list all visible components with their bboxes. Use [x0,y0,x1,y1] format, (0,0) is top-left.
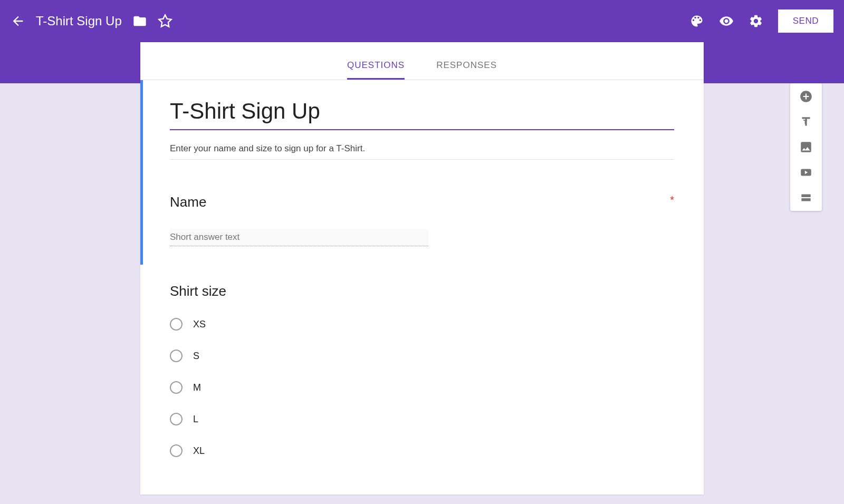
svg-rect-2 [801,198,810,201]
settings-gear-icon[interactable] [749,14,763,28]
short-answer-input[interactable] [170,229,428,246]
add-section-icon[interactable] [799,191,813,205]
question-title[interactable]: Name [170,194,206,210]
tabs-bar: QUESTIONS RESPONSES [140,42,704,80]
radio-option[interactable]: M [170,381,674,394]
add-image-icon[interactable] [799,140,813,154]
radio-option[interactable]: S [170,350,674,362]
add-question-icon[interactable] [799,90,813,103]
radio-circle-icon[interactable] [170,350,183,362]
radio-label: S [193,351,199,362]
form-title[interactable]: T-Shirt Sign Up [170,99,674,130]
radio-label: M [193,382,201,393]
svg-rect-1 [801,195,810,197]
radio-label: L [193,414,198,425]
required-indicator: * [670,194,674,206]
radio-circle-icon[interactable] [170,381,183,394]
add-video-icon[interactable] [799,166,813,179]
radio-option[interactable]: XS [170,318,674,331]
content-wrapper: QUESTIONS RESPONSES T-Shirt Sign Up Ente… [0,42,844,495]
radio-circle-icon[interactable] [170,318,183,331]
radio-label: XL [193,445,205,457]
palette-icon[interactable] [689,14,704,28]
side-toolbar [790,83,822,211]
tab-responses[interactable]: RESPONSES [436,53,497,80]
tab-questions[interactable]: QUESTIONS [347,53,405,80]
question-card-name[interactable]: Name * [140,176,704,265]
header-left: T-Shirt Sign Up [11,14,172,28]
radio-option[interactable]: L [170,413,674,425]
form-description[interactable]: Enter your name and size to sign up for … [170,143,674,160]
app-header: T-Shirt Sign Up SEND [0,0,844,42]
send-button[interactable]: SEND [778,9,833,33]
title-card[interactable]: T-Shirt Sign Up Enter your name and size… [140,80,704,176]
back-arrow-icon[interactable] [11,14,25,28]
radio-circle-icon[interactable] [170,444,183,457]
question-title[interactable]: Shirt size [170,283,674,299]
header-right: SEND [689,9,833,33]
add-title-icon[interactable] [799,115,813,129]
header-form-title[interactable]: T-Shirt Sign Up [36,14,122,28]
question-card-shirt-size[interactable]: Shirt size XS S M L [140,265,704,495]
radio-option[interactable]: XL [170,444,674,457]
form-body: T-Shirt Sign Up Enter your name and size… [140,80,704,495]
folder-icon[interactable] [132,14,147,28]
radio-label: XS [193,319,206,330]
radio-circle-icon[interactable] [170,413,183,425]
star-icon[interactable] [158,14,172,28]
preview-eye-icon[interactable] [719,14,734,28]
form-container: QUESTIONS RESPONSES T-Shirt Sign Up Ente… [140,42,704,495]
